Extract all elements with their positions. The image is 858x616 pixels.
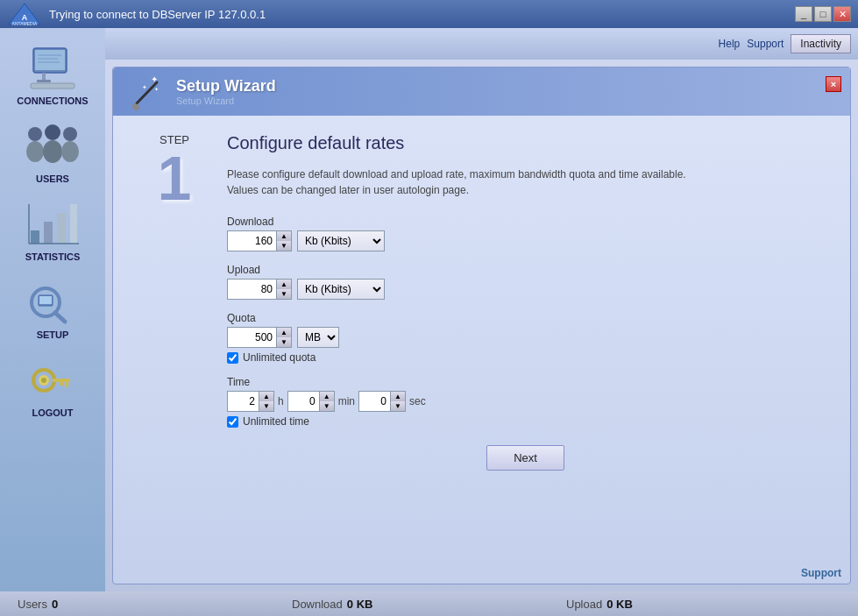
- seconds-increment-btn[interactable]: ▲: [391, 392, 405, 401]
- title-bar: A ANTAMEDIA Trying to connect to DBServe…: [0, 0, 858, 28]
- seconds-spinner[interactable]: ▲ ▼: [358, 391, 406, 412]
- quota-field-row: ▲ ▼ MB GB: [227, 327, 824, 348]
- seconds-spinner-buttons: ▲ ▼: [390, 392, 405, 411]
- hours-decrement-btn[interactable]: ▼: [259, 401, 273, 411]
- quota-input[interactable]: [228, 328, 276, 347]
- status-bar: Users 0 Download 0 KB Upload 0 KB: [0, 591, 858, 616]
- content-area: Help Support Inactivity ✦ ✦ ✦: [105, 28, 858, 591]
- next-button[interactable]: Next: [486, 445, 564, 471]
- step-title: Configure default rates: [227, 133, 824, 153]
- connections-icon: [22, 41, 83, 94]
- download-status: Download 0 KB: [292, 598, 566, 611]
- upload-increment-btn[interactable]: ▲: [277, 280, 291, 289]
- setup-icon: [22, 275, 83, 328]
- statistics-icon: [22, 197, 83, 250]
- sidebar-item-users[interactable]: USERS: [4, 115, 101, 188]
- time-unlimited-label: Unlimited time: [243, 415, 309, 428]
- window-controls: _ □ ✕: [795, 6, 851, 22]
- download-increment-btn[interactable]: ▲: [277, 231, 291, 241]
- upload-status: Upload 0 KB: [566, 598, 840, 611]
- minutes-decrement-btn[interactable]: ▼: [320, 401, 334, 411]
- support-link[interactable]: Support: [747, 38, 784, 50]
- download-input[interactable]: [228, 231, 276, 251]
- svg-rect-4: [35, 50, 65, 70]
- svg-rect-10: [31, 83, 74, 89]
- time-unlimited-row: Unlimited time: [227, 415, 824, 428]
- statistics-label: STATISTICS: [25, 251, 81, 262]
- svg-rect-20: [70, 204, 77, 244]
- wizard-wand-icon: ✦ ✦ ✦: [124, 70, 167, 114]
- minutes-spinner[interactable]: ▲ ▼: [287, 391, 335, 412]
- hours-increment-btn[interactable]: ▲: [259, 392, 273, 401]
- top-bar: Help Support Inactivity: [105, 28, 858, 60]
- wizard-header-text: Setup Wizard Setup Wizard: [176, 77, 276, 106]
- minimize-btn[interactable]: _: [795, 6, 812, 22]
- svg-rect-32: [60, 382, 63, 386]
- sidebar-item-logout[interactable]: LOGOUT: [4, 349, 101, 422]
- svg-rect-30: [53, 379, 70, 382]
- window-title: Trying to connect to DBServer IP 127.0.0…: [49, 8, 795, 21]
- wizard-close-button[interactable]: ×: [826, 76, 841, 92]
- svg-text:✦: ✦: [142, 84, 147, 90]
- quota-unlimited-checkbox[interactable]: [227, 352, 238, 364]
- download-unit-select[interactable]: Kb (Kbits) Mb (Mbits) KB (KBytes) MB (MB…: [297, 230, 385, 251]
- quota-spinner-buttons: ▲ ▼: [276, 328, 291, 347]
- svg-rect-6: [37, 80, 51, 82]
- upload-unit-select[interactable]: Kb (Kbits) Mb (Mbits) KB (KBytes) MB (MB…: [297, 279, 385, 300]
- logout-icon: [22, 353, 83, 406]
- minutes-input[interactable]: [288, 392, 319, 411]
- sidebar-item-setup[interactable]: SETUP: [4, 271, 101, 344]
- seconds-input[interactable]: [359, 392, 390, 411]
- time-unlimited-checkbox[interactable]: [227, 416, 238, 428]
- users-status: Users 0: [18, 598, 292, 611]
- svg-point-15: [63, 127, 77, 141]
- svg-point-12: [26, 141, 44, 162]
- download-spinner[interactable]: ▲ ▼: [227, 230, 292, 251]
- quota-increment-btn[interactable]: ▲: [277, 328, 291, 337]
- step-description: Please configure default download and up…: [227, 166, 824, 198]
- upload-spinner[interactable]: ▲ ▼: [227, 279, 292, 300]
- hours-spinner-buttons: ▲ ▼: [259, 392, 273, 411]
- close-btn[interactable]: ✕: [833, 6, 851, 22]
- min-label: min: [338, 395, 355, 407]
- quota-spinner[interactable]: ▲ ▼: [227, 327, 292, 348]
- hours-input[interactable]: [228, 392, 259, 411]
- svg-text:✦: ✦: [151, 74, 158, 84]
- download-label: Download: [227, 216, 824, 228]
- svg-point-11: [28, 127, 42, 141]
- download-field-group: Download ▲ ▼ Kb (Kb: [227, 216, 824, 251]
- quota-unit-select[interactable]: MB GB: [297, 327, 339, 348]
- inactivity-button[interactable]: Inactivity: [791, 34, 851, 53]
- svg-rect-35: [131, 103, 140, 111]
- sidebar-item-statistics[interactable]: STATISTICS: [4, 193, 101, 266]
- sidebar-item-connections[interactable]: CONNECTIONS: [4, 37, 101, 110]
- download-spinner-buttons: ▲ ▼: [276, 231, 291, 251]
- quota-label: Quota: [227, 312, 824, 324]
- upload-status-label: Upload: [566, 598, 602, 611]
- seconds-decrement-btn[interactable]: ▼: [391, 401, 405, 411]
- hours-spinner[interactable]: ▲ ▼: [227, 391, 274, 412]
- svg-rect-26: [39, 296, 52, 304]
- main-layout: CONNECTIONS USERS: [0, 28, 858, 591]
- minutes-increment-btn[interactable]: ▲: [320, 392, 334, 401]
- quota-decrement-btn[interactable]: ▼: [277, 337, 291, 347]
- wizard-title: Setup Wizard: [176, 77, 276, 96]
- wizard-content: STEP 1 Configure default rates Please co…: [113, 116, 850, 563]
- hours-label: h: [278, 395, 284, 407]
- upload-input[interactable]: [228, 280, 276, 299]
- wizard-panel: ✦ ✦ ✦ Setup Wizard Setup Wizard × STEP: [112, 67, 851, 584]
- maximize-btn[interactable]: □: [814, 6, 832, 22]
- users-status-value: 0: [52, 598, 58, 611]
- time-label: Time: [227, 376, 824, 388]
- logout-label: LOGOUT: [32, 407, 73, 418]
- sec-label: sec: [409, 395, 426, 407]
- help-link[interactable]: Help: [719, 38, 741, 50]
- svg-rect-5: [42, 73, 46, 80]
- users-label: USERS: [36, 173, 69, 184]
- svg-rect-18: [44, 222, 53, 244]
- upload-decrement-btn[interactable]: ▼: [277, 289, 291, 299]
- svg-line-27: [55, 313, 65, 322]
- download-decrement-btn[interactable]: ▼: [277, 241, 291, 251]
- wizard-support-link[interactable]: Support: [113, 563, 850, 584]
- upload-field-row: ▲ ▼ Kb (Kbits) Mb (Mbits) KB (KBytes) MB…: [227, 279, 824, 300]
